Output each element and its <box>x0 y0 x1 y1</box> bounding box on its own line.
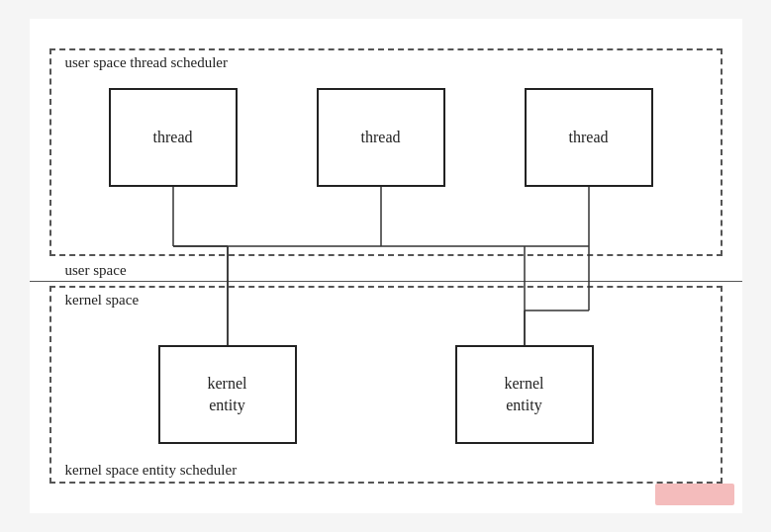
label-kernel-space-entity-scheduler: kernel space entity scheduler <box>65 462 238 479</box>
diagram-container: user space thread scheduler user space k… <box>30 19 742 513</box>
label-user-space: user space <box>65 262 127 279</box>
divider-line <box>30 281 742 282</box>
thread-box-1: thread <box>109 88 238 187</box>
thread-label-3: thread <box>569 129 609 146</box>
kernel-outer-box <box>49 286 723 484</box>
kernel-entity-box-1: kernelentity <box>158 345 297 444</box>
thread-box-2: thread <box>317 88 445 187</box>
watermark <box>655 484 734 505</box>
label-kernel-space: kernel space <box>65 292 140 309</box>
thread-label-1: thread <box>153 129 193 146</box>
thread-box-3: thread <box>525 88 653 187</box>
thread-label-2: thread <box>361 129 401 146</box>
kernel-entity-label-1: kernelentity <box>208 373 247 417</box>
label-user-space-thread-scheduler: user space thread scheduler <box>65 54 229 71</box>
kernel-entity-label-2: kernelentity <box>505 373 544 417</box>
kernel-entity-box-2: kernelentity <box>455 345 594 444</box>
